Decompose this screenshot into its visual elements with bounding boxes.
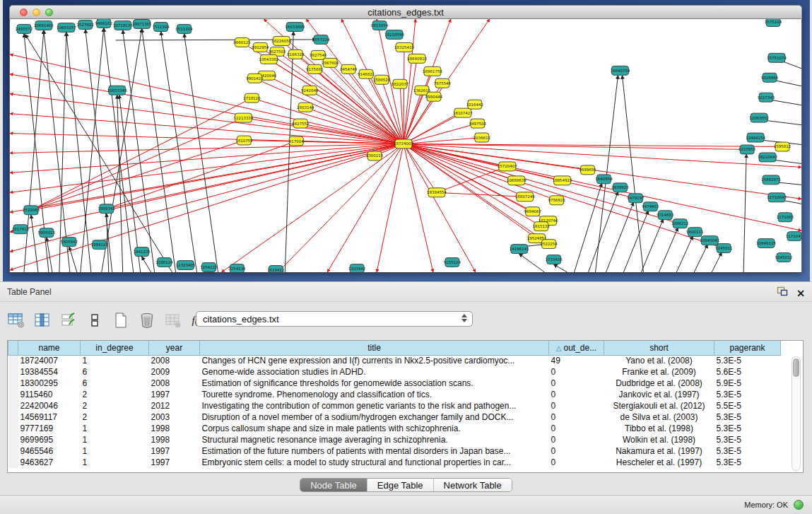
table-cell[interactable]: 22420046: [18, 400, 81, 411]
graph-node[interactable]: 8912954: [252, 42, 269, 52]
graph-node[interactable]: 14196141: [510, 245, 529, 254]
graph-node[interactable]: 8511304: [175, 24, 193, 33]
table-cell[interactable]: 5.3E-5: [714, 445, 781, 457]
table-cell[interactable]: 2: [81, 411, 149, 423]
graph-node[interactable]: 16033809: [285, 22, 305, 31]
table-cell[interactable]: 2003: [149, 411, 200, 423]
graph-node[interactable]: 1994123: [91, 240, 109, 250]
network-window-titlebar[interactable]: citations_edges.txt: [9, 5, 802, 19]
graph-node[interactable]: 1886212: [671, 219, 688, 228]
table-cell[interactable]: 2008: [149, 355, 200, 366]
graph-node[interactable]: 1016442: [466, 100, 483, 109]
table-cell[interactable]: Tourette syndrome. Phenomenology and cla…: [200, 389, 549, 400]
table-cell[interactable]: 0: [549, 457, 604, 468]
table-cell[interactable]: 0: [549, 378, 604, 389]
table-cell[interactable]: 2: [81, 389, 149, 400]
graph-node[interactable]: 1810755: [235, 136, 252, 145]
graph-node[interactable]: 9606111: [686, 228, 703, 237]
table-row[interactable]: 1830029562008Estimation of significance …: [8, 378, 781, 389]
delete-column-icon[interactable]: [138, 311, 156, 329]
table-cell[interactable]: 5.3E-5: [714, 434, 781, 445]
graph-node[interactable]: 9146821: [358, 69, 375, 78]
table-cell[interactable]: 14569117: [18, 411, 81, 423]
table-cell[interactable]: Structural magnetic resonance image aver…: [200, 434, 549, 445]
table-cell[interactable]: 1: [81, 434, 149, 445]
table-cell[interactable]: 9463627: [18, 457, 81, 468]
table-cell[interactable]: Disruption of a novel member of a sodium…: [200, 411, 549, 423]
table-cell[interactable]: 5.3E-5: [714, 457, 781, 468]
graph-node[interactable]: 9466162: [95, 19, 112, 28]
graph-node[interactable]: 5905013: [38, 228, 56, 238]
graph-node[interactable]: 2803144: [297, 103, 314, 112]
graph-node[interactable]: 18807249: [515, 192, 535, 201]
show-columns-icon[interactable]: [33, 311, 52, 329]
column-header-in_degree[interactable]: in_degree: [81, 341, 149, 355]
table-cell[interactable]: 1998: [149, 423, 200, 434]
table-row[interactable]: 911546021997Tourette syndrome. Phenomeno…: [8, 389, 781, 400]
column-header-year[interactable]: year: [149, 341, 200, 355]
graph-node[interactable]: 16648784: [611, 66, 630, 75]
graph-node[interactable]: 10655257: [57, 23, 76, 32]
graph-node[interactable]: 2718120: [243, 93, 261, 103]
table-cell[interactable]: 6: [81, 366, 149, 378]
column-header-title[interactable]: title: [200, 341, 549, 355]
graph-node[interactable]: 10719135: [113, 21, 133, 30]
graph-node[interactable]: 18325419: [394, 42, 414, 52]
graph-node[interactable]: 9242848: [301, 86, 319, 95]
graph-node[interactable]: 1527602: [77, 20, 94, 29]
graph-node[interactable]: 1588520: [373, 75, 391, 84]
table-cell[interactable]: 0: [549, 411, 604, 423]
table-cell[interactable]: Genome-wide association studies in ADHD.: [200, 366, 549, 378]
graph-node[interactable]: 8427552: [292, 119, 309, 128]
table-cell[interactable]: Yano et al. (2008): [604, 355, 714, 366]
table-cell[interactable]: 9115460: [18, 389, 81, 400]
table-cell[interactable]: 1997: [149, 389, 200, 400]
graph-node[interactable]: 8813054: [371, 21, 389, 30]
table-cell[interactable]: 1: [81, 457, 149, 468]
graph-node[interactable]: 1989342: [98, 204, 115, 214]
table-cell[interactable]: Dudbridge et al. (2008): [604, 378, 714, 389]
table-row[interactable]: 1456911722003Disruption of a novel membe…: [8, 411, 781, 423]
table-cell[interactable]: 2: [81, 400, 149, 411]
table-cell[interactable]: 1: [81, 423, 149, 434]
graph-node[interactable]: 9901423: [246, 74, 264, 83]
table-cell[interactable]: 5.3E-5: [714, 411, 781, 423]
table-cell[interactable]: Estimation of the future numbers of pati…: [200, 445, 549, 457]
graph-node[interactable]: 9474413: [642, 202, 659, 211]
table-row[interactable]: 969969511998Structural magnetic resonanc…: [8, 434, 781, 445]
graph-node[interactable]: 15751074: [767, 53, 787, 62]
delete-table-icon[interactable]: [164, 311, 182, 329]
graph-node[interactable]: 8454749: [340, 64, 358, 74]
table-cell[interactable]: 18300295: [18, 378, 81, 389]
graph-node[interactable]: 16961758: [423, 66, 442, 76]
table-row[interactable]: 946554611997Estimation of the future num…: [8, 445, 781, 457]
table-cell[interactable]: 5.3E-5: [714, 423, 781, 434]
graph-node[interactable]: 20691406: [34, 21, 54, 30]
graph-node[interactable]: 2188124: [155, 258, 173, 267]
graph-node[interactable]: 10688639: [507, 176, 526, 185]
graph-node[interactable]: 9155124: [444, 258, 461, 267]
graph-node[interactable]: 12213339: [233, 113, 253, 122]
graph-node[interactable]: 18724007: [394, 139, 413, 148]
close-panel-icon[interactable]: ✕: [796, 288, 805, 298]
table-mode-icon[interactable]: [7, 311, 25, 329]
table-cell[interactable]: 19384554: [18, 366, 81, 378]
table-row[interactable]: 977716911998Corpus callosum shape and si…: [8, 423, 781, 434]
table-cell[interactable]: 0: [549, 366, 604, 378]
column-header-pagerank[interactable]: pagerank: [714, 341, 781, 355]
vertical-scrollbar[interactable]: [792, 356, 801, 471]
graph-node[interactable]: 16210643: [758, 153, 777, 162]
table-cell[interactable]: 5.3E-5: [714, 355, 781, 366]
table-cell[interactable]: 9777169: [18, 423, 81, 434]
table-cell[interactable]: 6: [81, 378, 149, 389]
table-row[interactable]: 2242004622012Investigating the contribut…: [8, 400, 781, 411]
table-cell[interactable]: Corpus callosum shape and size in male p…: [200, 423, 549, 434]
table-cell[interactable]: Embryonic stem cells: a model to study s…: [200, 457, 549, 468]
select-rows-icon[interactable]: [59, 311, 78, 329]
table-cell[interactable]: Tibbo et al. (1998): [604, 423, 714, 434]
graph-node[interactable]: 1575104: [765, 19, 782, 26]
table-cell[interactable]: 9699695: [18, 434, 81, 445]
graph-node[interactable]: 9245011: [715, 244, 732, 253]
table-cell[interactable]: 5.6E-5: [714, 366, 781, 378]
graph-node[interactable]: 19384554: [427, 188, 447, 197]
